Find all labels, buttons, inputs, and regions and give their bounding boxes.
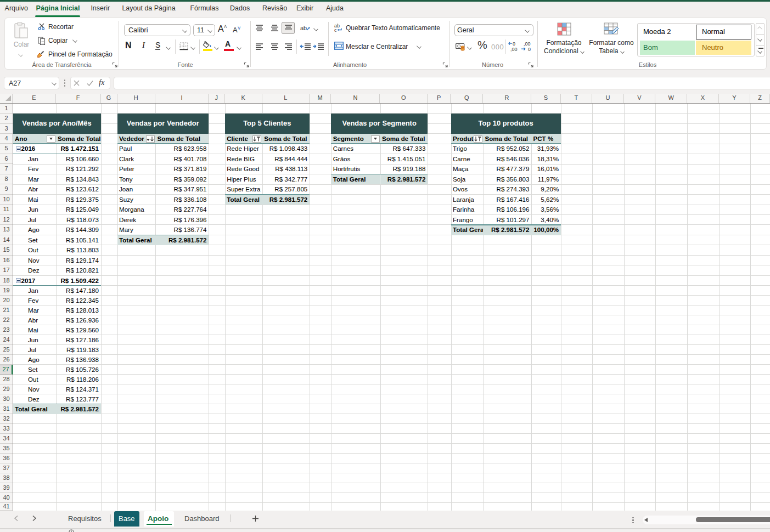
svg-text:0: 0 xyxy=(513,41,515,47)
svg-text:c: c xyxy=(334,27,337,32)
svg-text:,00: ,00 xyxy=(524,41,531,47)
svg-text:,00: ,00 xyxy=(510,47,518,52)
svg-text:0: 0 xyxy=(528,47,531,52)
svg-text:ab: ab xyxy=(300,25,307,31)
